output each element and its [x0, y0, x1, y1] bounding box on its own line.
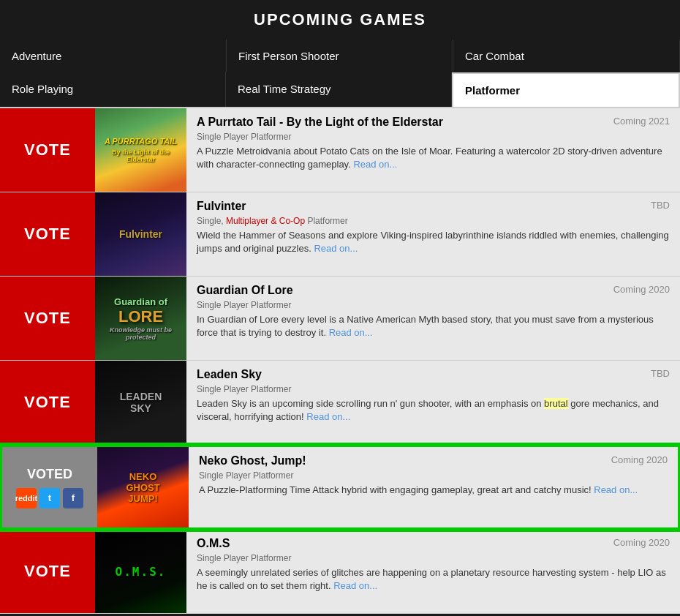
tab-platformer[interactable]: Platformer — [452, 72, 680, 107]
vote-button[interactable]: VOTE — [0, 361, 95, 444]
game-item: VOTE O.M.S. O.M.S Coming 2020 Single Pla… — [0, 530, 680, 614]
game-desc: In Guardian of Lore every level is a Nat… — [197, 313, 670, 339]
game-info: Guardian Of Lore Coming 2020 Single Play… — [186, 277, 680, 360]
game-list: VOTE A PURRTAGO TAIL By the Light of the… — [0, 108, 680, 614]
game-desc: A seemingly unrelated series of glitches… — [197, 566, 670, 593]
game-info: Neko Ghost, Jump! Coming 2020 Single Pla… — [189, 447, 678, 527]
game-item-voted: VOTED reddit t f NEKO GHOST JUMP! Neko G… — [0, 445, 680, 530]
game-release: TBD — [651, 368, 670, 379]
game-release: Coming 2020 — [611, 454, 668, 465]
game-item: VOTE Fulvinter Fulvinter TBD Single, Mul… — [0, 192, 680, 277]
tab-rts[interactable]: Real Time Strategy — [226, 72, 452, 107]
game-title: Neko Ghost, Jump! — [199, 454, 306, 467]
read-on-link[interactable]: Read on... — [314, 243, 358, 254]
game-subtitle: Single, Multiplayer & Co-Op Platformer — [197, 216, 670, 226]
tab-fps[interactable]: First Person Shooter — [227, 40, 453, 72]
game-subtitle: Single Player Platformer — [197, 300, 670, 310]
read-on-link[interactable]: Read on... — [353, 159, 397, 170]
game-item: VOTE LEADEN SKY Leaden Sky TBD Single Pl… — [0, 361, 680, 445]
game-thumbnail: LEADEN SKY — [95, 361, 186, 444]
game-info: Leaden Sky TBD Single Player Platformer … — [186, 361, 680, 444]
game-thumbnail: Guardian of LORE Knowledge must be prote… — [95, 277, 186, 360]
game-desc: A Puzzle-Platforming Time Attack hybrid … — [199, 484, 668, 497]
vote-button[interactable]: VOTE — [0, 530, 95, 613]
vote-button[interactable]: VOTE — [0, 192, 95, 276]
tab-role-playing[interactable]: Role Playing — [0, 72, 226, 107]
game-info: A Purrtato Tail - By the Light of the El… — [186, 108, 680, 192]
game-title: Leaden Sky — [197, 368, 262, 381]
read-on-link[interactable]: Read on... — [333, 580, 377, 591]
game-title: A Purrtato Tail - By the Light of the El… — [197, 116, 443, 129]
game-info: O.M.S Coming 2020 Single Player Platform… — [186, 530, 680, 613]
game-title: Fulvinter — [197, 200, 246, 213]
game-thumbnail: Fulvinter — [95, 192, 186, 276]
game-title: Guardian Of Lore — [197, 284, 293, 297]
game-subtitle: Single Player Platformer — [197, 553, 670, 563]
game-subtitle: Single Player Platformer — [197, 132, 670, 142]
game-subtitle: Single Player Platformer — [197, 384, 670, 394]
game-thumbnail: O.M.S. — [95, 530, 186, 613]
game-thumbnail: A PURRTAGO TAIL By the Light of the Elde… — [95, 108, 186, 192]
social-icons: reddit t f — [16, 488, 83, 508]
vote-button[interactable]: VOTE — [0, 277, 95, 360]
tabs-row-1: Adventure First Person Shooter Car Comba… — [0, 40, 680, 72]
game-release: Coming 2020 — [613, 537, 670, 548]
game-info: Fulvinter TBD Single, Multiplayer & Co-O… — [186, 192, 680, 276]
game-item: VOTE Guardian of LORE Knowledge must be … — [0, 277, 680, 361]
tab-car-combat[interactable]: Car Combat — [453, 40, 680, 72]
game-release: Coming 2021 — [613, 116, 670, 127]
game-release: TBD — [651, 200, 670, 211]
game-desc: A Puzzle Metroidvania about Potato Cats … — [197, 145, 670, 171]
tab-adventure[interactable]: Adventure — [0, 40, 227, 72]
game-item: VOTE A PURRTAGO TAIL By the Light of the… — [0, 108, 680, 192]
facebook-share-button[interactable]: f — [63, 488, 83, 508]
page-title: UPCOMING GAMES — [0, 0, 680, 40]
vote-button[interactable]: VOTE — [0, 108, 95, 192]
tabs-row-2: Role Playing Real Time Strategy Platform… — [0, 72, 680, 108]
game-desc: Leaden Sky is an upcoming side scrolling… — [197, 397, 670, 424]
voted-label: VOTED — [27, 467, 72, 482]
game-release: Coming 2020 — [613, 284, 670, 295]
read-on-link[interactable]: Read on... — [329, 327, 373, 338]
game-thumbnail: NEKO GHOST JUMP! — [97, 447, 189, 527]
reddit-share-button[interactable]: reddit — [16, 488, 37, 508]
read-on-link[interactable]: Read on... — [594, 484, 638, 495]
twitter-share-button[interactable]: t — [39, 488, 60, 508]
game-subtitle: Single Player Platformer — [199, 470, 668, 481]
game-desc: Wield the Hammer of Seasons and explore … — [197, 229, 670, 255]
voted-section: VOTED reddit t f — [2, 447, 97, 527]
read-on-link[interactable]: Read on... — [306, 411, 350, 422]
game-title: O.M.S — [197, 537, 230, 550]
